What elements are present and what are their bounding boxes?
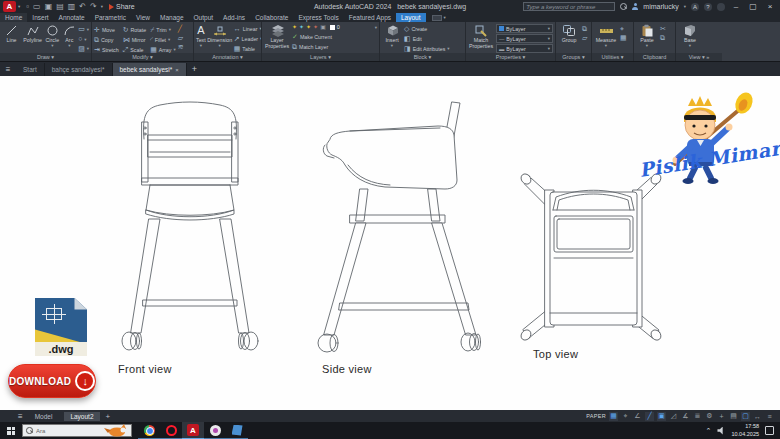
circle-button[interactable]: Circle▾ <box>44 23 60 53</box>
panel-title-layers[interactable]: Layers ▾ <box>262 53 379 61</box>
grid-toggle-icon[interactable]: ▦ <box>609 412 618 421</box>
edit-attributes-button[interactable]: ◨Edit Attributes▾ <box>404 44 450 53</box>
arc-button[interactable]: Arc▾ <box>63 23 77 53</box>
minimize-button[interactable]: – <box>730 2 742 11</box>
panel-title-annotation[interactable]: Annotation ▾ <box>194 53 261 61</box>
user-name[interactable]: mimarlucky <box>643 3 678 10</box>
ortho-toggle-icon[interactable]: ╱ <box>645 412 654 421</box>
autocad-app-menu-icon[interactable]: A <box>3 1 16 12</box>
layer-plot-icon[interactable]: ▣ <box>320 24 326 31</box>
file-tab-start[interactable]: Start <box>16 63 45 76</box>
action-center-icon[interactable] <box>765 426 774 435</box>
new-layout-button[interactable]: + <box>106 412 111 421</box>
tab-annotate[interactable]: Annotate <box>54 13 90 22</box>
new-drawing-tab-button[interactable]: + <box>192 64 197 74</box>
paste-button[interactable]: Paste▾ <box>636 23 658 53</box>
volume-icon[interactable] <box>717 427 725 435</box>
save-as-icon[interactable]: ▤ <box>56 1 64 12</box>
panel-title-clipboard[interactable]: Clipboard <box>634 53 675 61</box>
line-button[interactable]: Line <box>2 23 21 53</box>
layer-state-icon[interactable]: ✦ <box>292 24 297 31</box>
blue-app-taskbar-icon[interactable] <box>226 422 248 439</box>
download-button[interactable]: DOWNLOAD ↓ <box>8 364 96 398</box>
qat-dropdown-icon[interactable]: ▾ <box>101 1 103 12</box>
start-button[interactable] <box>0 422 22 439</box>
panel-title-utilities[interactable]: Utilities ▾ <box>592 53 633 61</box>
open-file-icon[interactable]: ▭ <box>33 1 41 12</box>
erase-icon[interactable]: ╱ <box>178 25 184 33</box>
drawing-canvas[interactable]: Front view Side view <box>0 76 780 410</box>
create-block-button[interactable]: ◇Create <box>404 24 450 33</box>
trim-button[interactable]: ⌿Trim▾ <box>150 25 176 34</box>
model-tab[interactable]: Model <box>29 412 59 421</box>
search-icon[interactable] <box>620 3 627 10</box>
polyline-button[interactable]: Polyline <box>23 23 42 53</box>
workspace-gear-icon[interactable]: ⚙ <box>705 412 714 421</box>
osnap-tracking-icon[interactable]: ∡ <box>681 412 690 421</box>
taskbar-search-input[interactable] <box>36 428 96 434</box>
ungroup-icon[interactable]: ⧉ <box>582 25 587 33</box>
tab-layout[interactable]: Layout <box>396 13 426 22</box>
undo-icon[interactable]: ↶ <box>79 1 86 12</box>
stretch-button[interactable]: ⇥Stretch <box>94 45 119 53</box>
help-search-input[interactable] <box>523 2 615 11</box>
scale-button[interactable]: ⤢Scale <box>123 45 146 53</box>
layer-properties-button[interactable]: LayerProperties <box>264 23 290 53</box>
side-view-drawing[interactable] <box>300 95 495 360</box>
panel-title-view[interactable]: View ▾ » <box>676 53 722 61</box>
user-avatar-icon[interactable] <box>632 3 638 10</box>
panel-title-groups[interactable]: Groups ▾ <box>556 53 591 61</box>
make-current-button[interactable]: ✓Make Current <box>292 32 377 41</box>
file-tab-bebek-sandalyesi[interactable]: bebek sandalyesi* × <box>113 63 187 76</box>
top-view-drawing[interactable] <box>505 170 677 342</box>
leader-button[interactable]: ↗Leader▾ <box>234 34 261 43</box>
opera-taskbar-icon[interactable] <box>160 422 182 439</box>
tray-expand-icon[interactable]: ⌃ <box>706 427 712 435</box>
notification-icon[interactable] <box>717 3 725 11</box>
tab-view[interactable]: View <box>131 13 155 22</box>
table-button[interactable]: ▦Table <box>234 44 261 53</box>
tab-collaborate[interactable]: Collaborate <box>250 13 293 22</box>
save-icon[interactable]: ▣ <box>45 1 53 12</box>
panel-title-draw[interactable]: Draw ▾ <box>0 53 91 61</box>
match-properties-button[interactable]: MatchProperties <box>468 23 494 53</box>
paint3d-taskbar-icon[interactable] <box>204 422 226 439</box>
tab-addins[interactable]: Add-ins <box>218 13 250 22</box>
close-button[interactable]: × <box>764 2 776 11</box>
fillet-button[interactable]: ◜Fillet▾ <box>150 35 176 44</box>
tab-express-tools[interactable]: Express Tools <box>293 13 343 22</box>
lineweight-dropdown[interactable]: ▬ByLayer▾ <box>496 44 553 53</box>
layer-dropdown-icon[interactable]: ▾ <box>375 25 377 30</box>
base-button[interactable]: Base▾ <box>678 23 702 53</box>
autocad-taskbar-icon[interactable]: A <box>182 422 204 439</box>
group-edit-icon[interactable]: ▱ <box>582 34 587 42</box>
user-menu-caret-icon[interactable]: ▾ <box>684 4 686 9</box>
insert-button[interactable]: Insert▾ <box>382 23 402 53</box>
help-icon[interactable]: ? <box>704 3 712 11</box>
share-button[interactable]: Share <box>109 3 135 10</box>
array-button[interactable]: ▦Array▾ <box>150 45 176 53</box>
graphics-performance-icon[interactable]: ▢ <box>741 412 750 421</box>
offset-icon[interactable]: ≋ <box>178 43 184 51</box>
object-snap-icon[interactable]: ▣ <box>657 412 666 421</box>
linetype-dropdown[interactable]: —ByLayer▾ <box>496 34 553 43</box>
panel-title-properties[interactable]: Properties ▾ <box>466 53 555 61</box>
tab-featured-apps[interactable]: Featured Apps <box>344 13 396 22</box>
layout2-tab[interactable]: Layout2 <box>64 412 99 421</box>
tab-insert[interactable]: Insert <box>27 13 53 22</box>
layer-freeze-icon[interactable]: ✦ <box>299 24 304 31</box>
app-store-icon[interactable]: A <box>691 3 699 11</box>
layer-off-icon[interactable]: ✦ <box>313 24 318 31</box>
snap-toggle-icon[interactable]: ⌖ <box>621 412 630 421</box>
layer-lock-icon[interactable]: ✦ <box>306 24 311 31</box>
plot-icon[interactable]: ▥ <box>68 1 76 12</box>
redo-icon[interactable]: ↷ <box>90 1 97 12</box>
explode-icon[interactable]: ▱ <box>178 34 184 42</box>
rotate-button[interactable]: ↻Rotate <box>123 25 146 34</box>
copy-clip-icon[interactable]: ⧉ <box>660 34 666 42</box>
group-button[interactable]: Group <box>558 23 580 53</box>
panel-title-block[interactable]: Block ▾ <box>380 53 465 61</box>
mirror-button[interactable]: ⋈Mirror <box>123 35 146 44</box>
copy-button[interactable]: ⧉Copy <box>94 35 119 44</box>
edit-block-button[interactable]: ◧Edit <box>404 34 450 43</box>
